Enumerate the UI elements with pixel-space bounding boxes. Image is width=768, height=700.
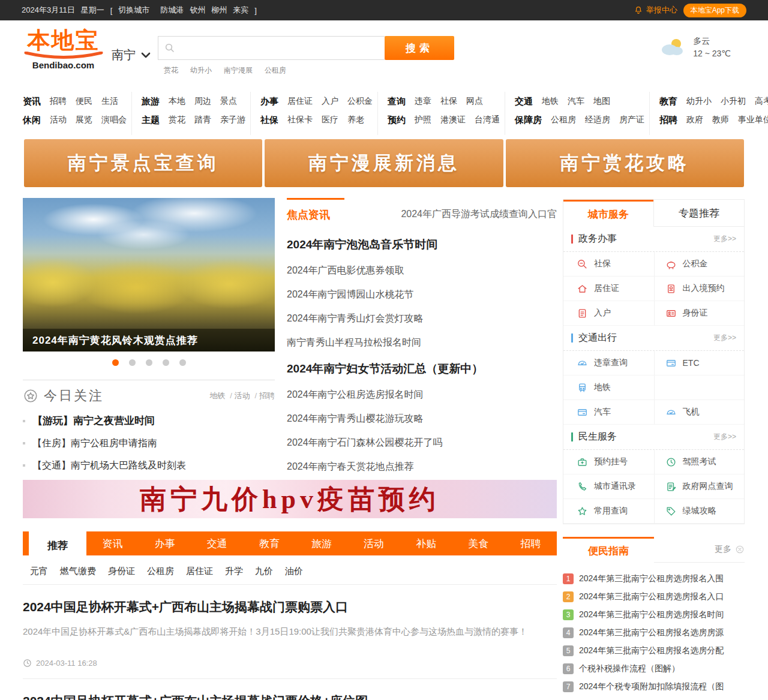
article-title[interactable]: 2024中国足协杯开幕式+广西布山主场揭幕战门票购票入口 <box>23 599 557 615</box>
today-item[interactable]: 【交通】南宁机场大巴路线及时刻表 <box>23 454 275 476</box>
hot-word-shanghua[interactable]: 赏花 <box>164 65 178 76</box>
tab-zixun[interactable]: 资讯 <box>86 531 139 555</box>
carousel-dot[interactable] <box>163 359 169 366</box>
sub-link[interactable]: 升学 <box>225 566 243 577</box>
sub-link[interactable]: 油价 <box>285 566 303 577</box>
guide-item[interactable]: 72024年个税专项附加扣除填报流程（图 <box>563 678 745 696</box>
nav-link[interactable]: 台湾通 <box>475 110 500 129</box>
more-link[interactable]: 更多>> <box>713 234 736 244</box>
nav-link[interactable]: 生活 <box>101 92 118 110</box>
guide-item[interactable]: 32024年第三批南宁公租房选房报名时间 <box>563 606 745 624</box>
nav-link[interactable]: 入户 <box>322 92 338 110</box>
tab-jiaoyu[interactable]: 教育 <box>243 531 295 555</box>
today-item[interactable]: 【住房】南宁公租房申请指南 <box>23 432 275 454</box>
nav-link[interactable]: 网点 <box>466 92 483 110</box>
carousel-caption[interactable]: 2024年南宁黄花风铃木观赏点推荐 <box>23 329 275 351</box>
tab-zhaopin[interactable]: 招聘 <box>505 531 557 555</box>
service-feiji[interactable]: 飞机 <box>654 400 745 425</box>
nav-link[interactable]: 踏青 <box>194 110 211 129</box>
tab-meishi[interactable]: 美食 <box>452 531 505 555</box>
nav-link[interactable]: 医疗 <box>322 110 338 129</box>
carousel-dot[interactable] <box>146 359 152 366</box>
nav-link[interactable]: 周边 <box>194 92 211 110</box>
guide-item[interactable]: 6个税补税操作流程（图解） <box>563 660 745 678</box>
service-tongxunlu[interactable]: 城市通讯录 <box>563 474 654 499</box>
more-link[interactable]: 更多>> <box>713 432 736 442</box>
nav-link[interactable]: 招聘 <box>50 92 67 110</box>
nav-head[interactable]: 预约 <box>388 110 406 129</box>
nav-head[interactable]: 查询 <box>388 92 406 110</box>
nav-link[interactable]: 社保 <box>440 92 457 110</box>
nav-link[interactable]: 活动 <box>50 110 67 129</box>
service-gongjijin[interactable]: 公积金 <box>654 252 745 277</box>
focus-news-tab[interactable]: 焦点资讯 <box>287 198 344 222</box>
focus-item[interactable]: 2024年广西电影优惠券领取 <box>287 259 557 283</box>
nav-link[interactable]: 展览 <box>76 110 92 129</box>
service-ditie[interactable]: 地铁 <box>563 375 654 400</box>
sub-link[interactable]: 公租房 <box>147 566 174 577</box>
carousel-dot[interactable] <box>179 359 186 366</box>
nav-link[interactable]: 亲子游 <box>220 110 245 129</box>
carousel-dot[interactable] <box>112 359 119 366</box>
service-ruhu[interactable]: 入户 <box>563 301 654 326</box>
focus-item[interactable]: 2024年南宁妇女节活动汇总（更新中） <box>287 354 557 383</box>
city-link-liuzhou[interactable]: 柳州 <box>211 5 227 16</box>
nav-link[interactable]: 事业单位 <box>738 110 768 129</box>
quick-link-huodong[interactable]: 活动 <box>235 390 259 401</box>
nav-link[interactable]: 本地 <box>169 92 185 110</box>
nav-link[interactable]: 公积金 <box>347 92 373 110</box>
nav-head[interactable]: 资讯 <box>23 92 41 110</box>
city-link-fangchenggang[interactable]: 防城港 <box>160 5 184 16</box>
city-link-laibin[interactable]: 来宾 <box>233 5 248 16</box>
nav-link[interactable]: 地铁 <box>542 92 559 110</box>
nav-head[interactable]: 旅游 <box>142 92 160 110</box>
guide-item[interactable]: 52024年第三批南宁公租房报名选房分配 <box>563 642 745 660</box>
search-input[interactable] <box>158 36 385 60</box>
sub-link[interactable]: 元宵 <box>30 566 48 577</box>
nav-link[interactable]: 房产证 <box>619 110 644 129</box>
nav-head[interactable]: 保障房 <box>515 110 542 129</box>
nav-link[interactable]: 社保卡 <box>287 110 313 129</box>
switch-city-link[interactable]: 切换城市 <box>118 5 149 16</box>
nav-link[interactable]: 政府 <box>686 110 703 129</box>
nav-link[interactable]: 居住证 <box>287 92 313 110</box>
report-center-link[interactable]: 举报中心 <box>634 5 677 16</box>
city-link-qinzhou[interactable]: 钦州 <box>190 5 205 16</box>
hot-word-youshengxiao[interactable]: 幼升小 <box>190 65 212 76</box>
nav-head[interactable]: 办事 <box>260 92 278 110</box>
nav-link[interactable]: 护照 <box>415 110 431 129</box>
nav-link[interactable]: 公租房 <box>551 110 576 129</box>
nav-link[interactable]: 教师 <box>712 110 729 129</box>
nav-link[interactable]: 养老 <box>347 110 364 129</box>
focus-item[interactable]: 2024年南宁园博园山水桃花节 <box>287 283 557 307</box>
nav-link[interactable]: 港澳证 <box>440 110 466 129</box>
nav-head[interactable]: 招聘 <box>659 110 677 129</box>
guide-more-link[interactable]: 更多 <box>654 537 745 563</box>
nav-head[interactable]: 休闲 <box>23 110 41 129</box>
tab-banshi[interactable]: 办事 <box>139 531 191 555</box>
service-guahao[interactable]: 预约挂号 <box>563 450 654 474</box>
more-link[interactable]: 更多>> <box>713 333 736 343</box>
focus-item[interactable]: 2024年南宁泡泡岛音乐节时间 <box>287 230 557 259</box>
tab-guide[interactable]: 便民指南 <box>563 537 654 563</box>
app-download-button[interactable]: 本地宝App下载 <box>683 4 746 17</box>
sub-link[interactable]: 燃气缴费 <box>60 566 96 577</box>
banner-jingdian[interactable]: 南宁景点宝查询 <box>24 139 262 187</box>
today-item[interactable]: 【游玩】南宁之夜营业时间 <box>23 410 275 432</box>
service-shebao[interactable]: 社保 <box>563 252 654 277</box>
service-qiche[interactable]: 汽车 <box>563 400 654 425</box>
nav-link[interactable]: 违章 <box>415 92 431 110</box>
service-changyong[interactable]: 常用查询 <box>563 499 654 524</box>
service-wangdian[interactable]: 政府网点查询 <box>654 474 745 499</box>
quick-link-ditie[interactable]: 地铁 <box>210 390 235 401</box>
search-button[interactable]: 搜索 <box>385 36 454 60</box>
nav-link[interactable]: 便民 <box>76 92 92 110</box>
focus-item[interactable]: 南宁青秀山半程马拉松报名时间 <box>287 331 557 354</box>
site-logo[interactable]: 本地宝 Bendibao.com <box>23 29 104 70</box>
sub-link[interactable]: 身份证 <box>108 566 135 577</box>
nav-head[interactable]: 主题 <box>142 110 160 129</box>
service-juzhuzheng[interactable]: 居住证 <box>563 277 654 301</box>
banner-manzhan[interactable]: 南宁漫展新消息 <box>265 139 503 187</box>
banner-shanghua[interactable]: 南宁赏花攻略 <box>506 139 744 187</box>
nav-link[interactable]: 经适房 <box>585 110 610 129</box>
